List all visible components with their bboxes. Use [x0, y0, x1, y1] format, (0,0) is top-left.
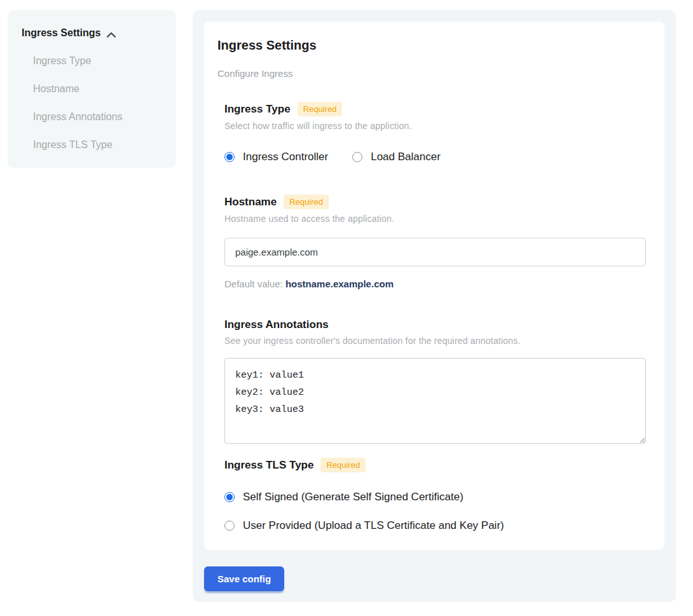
ingress-type-label-row: Ingress Type Required: [224, 102, 645, 116]
radio-ingress-controller[interactable]: Ingress Controller: [224, 151, 328, 163]
required-badge: Required: [320, 458, 366, 472]
tls-radio-group: Self Signed (Generate Self Signed Certif…: [224, 491, 645, 532]
radio-unselected-icon[interactable]: [352, 152, 362, 162]
annotations-label-row: Ingress Annotations: [224, 318, 645, 331]
sidebar-item-hostname[interactable]: Hostname: [33, 83, 162, 95]
save-config-button[interactable]: Save config: [204, 566, 284, 591]
ingress-annotations-label: Ingress Annotations: [224, 318, 329, 331]
sidebar-item-ingress-tls-type[interactable]: Ingress TLS Type: [33, 139, 162, 151]
hostname-label-row: Hostname Required: [224, 195, 645, 209]
radio-ingress-controller-label: Ingress Controller: [243, 151, 328, 163]
hostname-help: Hostname used to access the application.: [224, 214, 645, 224]
sidebar-item-list: Ingress Type Hostname Ingress Annotation…: [22, 55, 162, 151]
required-badge: Required: [284, 195, 329, 209]
sidebar-item-ingress-type[interactable]: Ingress Type: [33, 55, 162, 67]
ingress-tls-type-label: Ingress TLS Type: [224, 459, 313, 472]
chevron-up-icon: [106, 30, 116, 38]
ingress-annotations-textarea[interactable]: key1: value1 key2: value2 key3: value3: [224, 358, 646, 444]
ingress-annotations-section: Ingress Annotations See your ingress con…: [224, 318, 645, 444]
required-badge: Required: [298, 102, 343, 116]
radio-self-signed-label: Self Signed (Generate Self Signed Certif…: [243, 491, 463, 503]
sidebar-group-ingress-settings[interactable]: Ingress Settings: [22, 27, 162, 39]
radio-selected-icon[interactable]: [224, 152, 235, 162]
default-value-text: hostname.example.com: [285, 278, 394, 289]
sidebar-item-ingress-annotations[interactable]: Ingress Annotations: [33, 111, 162, 123]
radio-user-provided-label: User Provided (Upload a TLS Certificate …: [243, 519, 504, 532]
page-subtitle: Configure Ingress: [217, 68, 645, 79]
tls-label-row: Ingress TLS Type Required: [224, 458, 645, 472]
default-value-prefix: Default value:: [224, 278, 283, 289]
radio-load-balancer-label: Load Balancer: [371, 151, 441, 163]
ingress-tls-type-section: Ingress TLS Type Required Self Signed (G…: [224, 458, 645, 532]
ingress-type-section: Ingress Type Required Select how traffic…: [224, 102, 645, 163]
hostname-default-line: Default value: hostname.example.com: [224, 278, 645, 289]
hostname-input[interactable]: [224, 238, 646, 266]
ingress-annotations-help: See your ingress controller's documentat…: [224, 336, 645, 346]
radio-self-signed[interactable]: Self Signed (Generate Self Signed Certif…: [224, 491, 645, 503]
ingress-type-help: Select how traffic will ingress to the a…: [224, 121, 645, 131]
page-title: Ingress Settings: [217, 38, 645, 53]
ingress-type-radio-group: Ingress Controller Load Balancer: [224, 151, 645, 163]
settings-panel: Ingress Settings Configure Ingress Ingre…: [193, 10, 676, 602]
ingress-type-label: Ingress Type: [224, 103, 291, 116]
hostname-label: Hostname: [224, 196, 277, 209]
radio-load-balancer[interactable]: Load Balancer: [352, 151, 441, 163]
radio-unselected-icon[interactable]: [224, 521, 235, 531]
ingress-settings-card: Ingress Settings Configure Ingress Ingre…: [204, 22, 664, 550]
sidebar-group-title: Ingress Settings: [22, 27, 100, 39]
hostname-section: Hostname Required Hostname used to acces…: [224, 195, 645, 289]
radio-user-provided[interactable]: User Provided (Upload a TLS Certificate …: [224, 519, 645, 532]
settings-sidebar: Ingress Settings Ingress Type Hostname I…: [8, 10, 176, 168]
radio-selected-icon[interactable]: [224, 492, 235, 502]
